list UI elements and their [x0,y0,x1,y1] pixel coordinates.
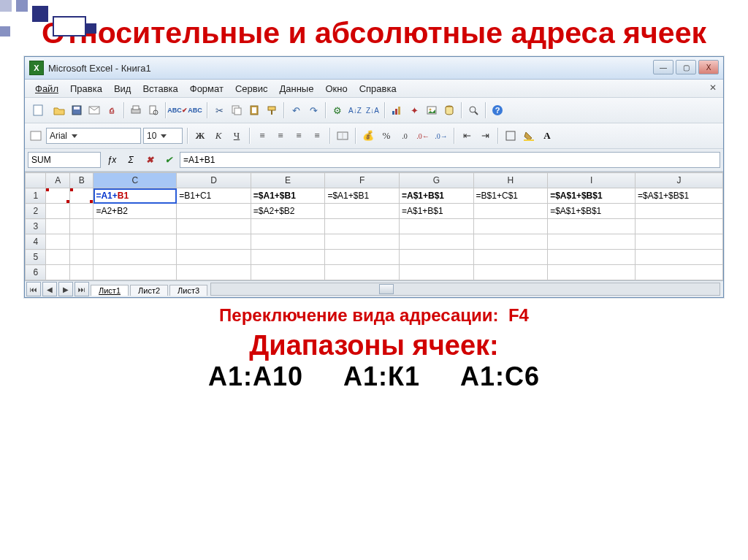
cell-D1[interactable]: =B1+C1 [177,188,251,204]
chart-icon[interactable] [389,102,405,118]
sheet-tab-1[interactable]: Лист1 [91,285,129,296]
scrollbar-thumb[interactable] [379,284,394,294]
cell-C1[interactable]: =A1+B1 [94,188,177,204]
cell[interactable] [548,234,636,250]
cell[interactable] [177,265,251,280]
col-header-D[interactable]: D [177,173,251,188]
cell[interactable] [251,265,325,280]
hyperlink-icon[interactable]: ⚙ [329,102,346,118]
cell-J2[interactable] [636,204,723,219]
format-paint-icon[interactable] [264,102,280,118]
minimize-button[interactable]: — [653,60,673,74]
cell-E2[interactable]: =$A2+$B2 [251,204,325,219]
cell-B1[interactable] [69,188,94,204]
maximize-button[interactable]: ▢ [676,60,696,74]
cell[interactable] [177,234,251,250]
col-header-I[interactable]: I [548,173,636,188]
cell-C2[interactable]: =A2+B2 [94,204,177,219]
align-center-icon[interactable]: ≡ [272,129,289,143]
cell[interactable] [94,265,177,280]
cell[interactable] [177,250,251,265]
cell-B2[interactable] [69,204,94,219]
menu-insert[interactable]: Вставка [137,82,183,96]
col-header-C[interactable]: C [94,173,177,188]
menu-view[interactable]: Вид [108,82,137,96]
copy-icon[interactable] [229,102,245,118]
open-icon[interactable] [51,102,67,118]
row-header-1[interactable]: 1 [26,188,46,204]
size-combo[interactable]: 10 [143,128,183,144]
decrease-indent-icon[interactable]: ⇤ [459,129,475,143]
cell[interactable] [94,250,177,265]
cell[interactable] [325,234,400,250]
align-right-icon[interactable]: ≡ [291,129,307,143]
align-left-icon[interactable]: ≡ [254,129,270,143]
cell[interactable] [636,265,723,280]
underline-button[interactable]: Ч [229,129,245,143]
cell[interactable] [94,219,177,234]
cell[interactable] [473,250,548,265]
cell[interactable] [400,234,474,250]
sum-button[interactable]: Σ [123,153,139,167]
cell-J1[interactable]: =$A$1+$B$1 [636,188,723,204]
cell[interactable] [400,219,474,234]
cancel-formula-button[interactable]: ✖ [142,153,158,167]
col-header-G[interactable]: G [400,173,474,188]
merge-cells-icon[interactable] [335,129,351,143]
preview-icon[interactable] [145,102,161,118]
zoom-icon[interactable] [465,102,481,118]
col-header-H[interactable]: H [473,173,548,188]
menu-window[interactable]: Окно [319,82,353,96]
cell-G1[interactable]: =A$1+B$1 [400,188,474,204]
doc-close-button[interactable]: ✕ [707,82,719,93]
cell[interactable] [400,265,474,280]
percent-icon[interactable]: % [378,129,394,143]
font-combo[interactable]: Arial [46,128,141,144]
cut-icon[interactable]: ✂ [211,102,227,118]
row-header-3[interactable]: 3 [26,219,46,234]
row-header-5[interactable]: 5 [26,250,46,265]
spellcheck-abc-icon[interactable]: ABC✔ [169,102,186,118]
cell[interactable] [636,234,723,250]
cell[interactable] [548,219,636,234]
font-color-icon[interactable]: A [539,129,555,143]
col-header-F[interactable]: F [325,173,400,188]
tab-nav-prev[interactable]: ◀ [42,282,57,296]
cell-F2[interactable] [325,204,400,219]
cell[interactable] [473,219,548,234]
cell[interactable] [69,219,94,234]
cell[interactable] [69,234,94,250]
sort-desc-icon[interactable]: Z↓A [365,102,381,118]
cell[interactable] [46,265,70,280]
remove-decimal-icon[interactable]: .0← [415,129,431,143]
menu-data[interactable]: Данные [273,82,319,96]
menu-tools[interactable]: Сервис [229,82,274,96]
cell[interactable] [46,250,70,265]
fx-wizard-button[interactable]: ƒx [104,153,120,167]
italic-button[interactable]: К [210,129,226,143]
align-justify-icon[interactable]: ≡ [309,129,325,143]
menu-help[interactable]: Справка [354,82,402,96]
undo-icon[interactable]: ↶ [288,102,304,118]
cell-I2[interactable]: =$A$1+$B$1 [548,204,636,219]
spellcheck-abc2-icon[interactable]: ABC [187,102,203,118]
currency-icon[interactable]: 💰 [360,129,376,143]
help-icon[interactable]: ? [489,102,505,118]
cell-E1[interactable]: =$A1+$B1 [251,188,325,204]
cell[interactable] [636,250,723,265]
cell[interactable] [325,219,400,234]
cell[interactable] [400,250,474,265]
row-header-4[interactable]: 4 [26,234,46,250]
cell[interactable] [473,265,548,280]
menu-edit[interactable]: Правка [64,82,108,96]
styles-icon[interactable] [28,128,44,144]
cell[interactable] [69,265,94,280]
col-header-J[interactable]: J [636,173,723,188]
cell-D2[interactable] [177,204,251,219]
tab-nav-first[interactable]: ⏮ [26,282,41,296]
col-header-A[interactable]: A [46,173,70,188]
cell[interactable] [251,219,325,234]
new-doc-icon[interactable] [28,102,50,118]
cell[interactable] [251,234,325,250]
cell-A2[interactable] [46,204,70,219]
